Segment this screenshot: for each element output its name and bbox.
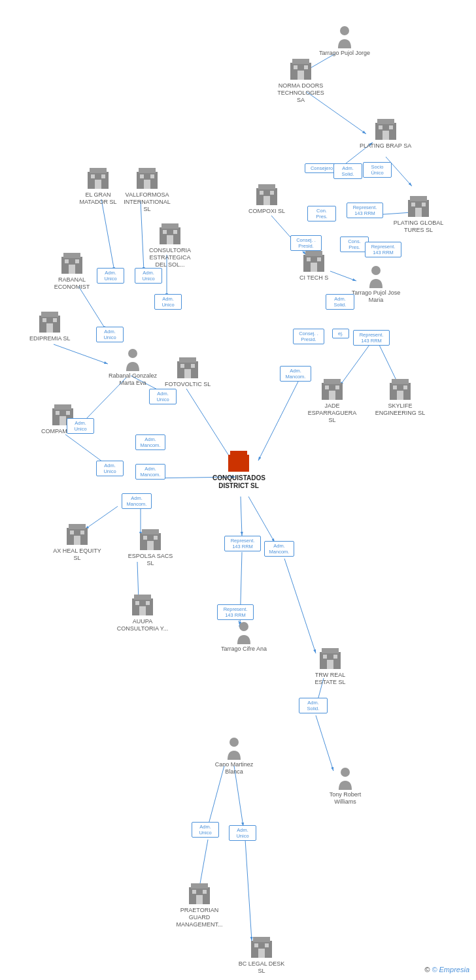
node-norma-doors[interactable]: NORMA DOORS TECHNOLOGIES SA [275, 57, 327, 103]
node-auupa[interactable]: AUUPA CONSULTORIA Y... [116, 593, 169, 632]
role-ej[interactable]: ej. [332, 329, 349, 338]
svg-rect-85 [163, 230, 167, 234]
node-vallformosa[interactable]: VALLFORMOSA INTERNATIONAL SL [121, 167, 173, 212]
trw-label: TRW REAL ESTATE SL [304, 672, 356, 686]
company-icon-ax-heal [65, 523, 89, 546]
svg-rect-84 [167, 235, 173, 244]
node-rabanal-gonzalez[interactable]: Rabanal Gonzalez Marta Eva [107, 348, 159, 387]
company-icon-jade [320, 378, 344, 401]
svg-rect-124 [134, 595, 151, 600]
watermark-text: © Empresia [432, 966, 469, 973]
role-adm-unico-7[interactable]: Adm.Unico [96, 461, 124, 476]
svg-rect-79 [144, 180, 150, 189]
role-represent-143-3[interactable]: Represent.143 RRM [353, 330, 390, 346]
role-adm-mancom-4[interactable]: Adm.Mancom. [122, 493, 152, 509]
svg-rect-133 [333, 655, 337, 659]
role-represent-143-4[interactable]: Represent.143 RRM [224, 536, 261, 551]
svg-point-128 [239, 622, 248, 631]
bc-legal-label: BC LEGAL DESK SL [235, 960, 288, 975]
svg-rect-43 [382, 131, 389, 140]
role-socio-unico[interactable]: SocioÚnico [363, 162, 392, 178]
role-adm-mancom-2[interactable]: Adm.Mancom. [135, 434, 165, 450]
svg-rect-109 [230, 451, 247, 456]
node-compoxi[interactable]: COMPOXI SL [248, 183, 285, 215]
role-adm-mancom-1[interactable]: Adm.Mancom. [280, 366, 311, 382]
node-consultoria[interactable]: CONSULTORIA ESTRATEGICA DEL SOL... [144, 222, 196, 268]
svg-rect-131 [327, 660, 333, 669]
node-plating-brap[interactable]: PLATING BRAP SA [360, 118, 411, 150]
node-plating-global[interactable]: PLATING GLOBAL TURES SL [392, 195, 445, 234]
graph-container: NORMA DOORS TECHNOLOGIES SA Tarrago Pujo… [0, 0, 476, 980]
role-adm-unico-5[interactable]: Adm.Unico [149, 389, 177, 404]
role-adm-unico-2[interactable]: Adm.Unico [135, 268, 162, 284]
role-adm-mancom-5[interactable]: Adm.Mancom. [264, 541, 294, 557]
company-icon-ci-tech [302, 250, 326, 273]
node-tarrago-cifre-ana[interactable]: Tarrago Cifre Ana [221, 621, 267, 653]
svg-rect-130 [322, 648, 339, 653]
svg-rect-96 [53, 318, 57, 322]
node-rabanal-economist[interactable]: RABANAL ECONOMIST [46, 252, 98, 291]
node-tarrago-pujol-jorge[interactable]: Tarrago Pujol Jorge [319, 25, 370, 57]
node-edipremia[interactable]: EDIPREMIA SL [29, 310, 71, 342]
vallformosa-label: VALLFORMOSA INTERNATIONAL SL [121, 191, 173, 212]
svg-rect-44 [379, 125, 382, 129]
role-adm-solid-2[interactable]: Adm.Solid. [326, 294, 354, 310]
role-adm-unico-6[interactable]: Adm.Unico [67, 418, 94, 434]
svg-rect-121 [143, 536, 147, 540]
role-con-pres-1[interactable]: Con.Pres. [307, 206, 336, 221]
node-trw-real-estate[interactable]: TRW REAL ESTATE SL [304, 647, 356, 686]
espolsa-sacs-label: ESPOLSA SACS SL [124, 553, 177, 567]
plating-global-label: PLATING GLOBAL TURES SL [392, 220, 445, 234]
company-icon-espolsa-sacs [139, 528, 162, 551]
node-ax-heal[interactable]: AX HEAL EQUITY SL [51, 523, 103, 562]
svg-point-97 [128, 349, 137, 358]
svg-rect-64 [329, 391, 335, 400]
role-consej-presid-2[interactable]: Consej. .Presid. [293, 329, 324, 344]
role-adm-unico-3[interactable]: Adm.Unico [154, 294, 182, 310]
role-consej-presid-1[interactable]: Consej. .Presid. [290, 235, 322, 251]
svg-rect-36 [292, 59, 309, 64]
node-cano-martinez[interactable]: Cano Martinez Blanca [208, 736, 260, 776]
company-icon-norma-doors [289, 57, 313, 81]
svg-rect-115 [74, 536, 80, 545]
node-ci-tech[interactable]: CI TECH S [299, 250, 328, 282]
node-jade[interactable]: JADE ESPARRAGUERA SL [306, 378, 358, 423]
node-espolsa-sacs[interactable]: ESPOLSA SACS SL [124, 528, 177, 567]
watermark: © © Empresia [424, 966, 469, 973]
node-bc-legal-desk[interactable]: BC LEGAL DESK SL [235, 936, 288, 975]
role-adm-mancom-3[interactable]: Adm.Mancom. [135, 464, 165, 480]
role-adm-solid-3[interactable]: Adm.Solid. [299, 698, 328, 713]
company-icon-consultoria [158, 222, 182, 246]
role-adm-unico-4[interactable]: Adm.Unico [96, 327, 124, 342]
svg-rect-48 [415, 208, 422, 217]
node-tarrago-pujol-jose[interactable]: Tarrago Pujol Jose Maria [350, 265, 402, 304]
svg-line-15 [54, 344, 108, 364]
node-praetorian-guard[interactable]: PRAETORIAN GUARD MANAGEMENT... [173, 882, 226, 928]
svg-rect-127 [146, 601, 150, 605]
node-el-gran-matador[interactable]: EL GRAN MATADOR SL [72, 167, 124, 206]
svg-rect-66 [335, 385, 339, 389]
svg-line-31 [199, 840, 208, 887]
svg-rect-139 [192, 890, 196, 894]
company-icon-rabanal-economist [60, 252, 84, 275]
svg-rect-105 [60, 416, 66, 425]
skylife-label: SKYLIFE ENGINEERING SL [374, 402, 426, 417]
svg-rect-89 [69, 265, 75, 274]
node-fotovoltic[interactable]: FOTOVOLTIC SL [165, 356, 211, 388]
svg-rect-39 [304, 65, 308, 69]
company-icon-trw [318, 647, 342, 670]
svg-rect-45 [389, 125, 393, 129]
praetorian-label: PRAETORIAN GUARD MANAGEMENT... [173, 907, 226, 928]
node-conquistados[interactable]: CONQUISTADOS DISTRICT SL [212, 449, 265, 490]
conquistados-label: CONQUISTADOS DISTRICT SL [212, 474, 265, 490]
svg-rect-88 [63, 253, 80, 258]
role-represent-143-1[interactable]: Represent.143 RRM [347, 203, 383, 218]
node-tony-robert-williams[interactable]: Tony Robert Williams [319, 766, 371, 806]
node-skylife[interactable]: SKYLIFE ENGINEERING SL [374, 378, 426, 417]
role-adm-solid-1[interactable]: Adm.Solid. [333, 163, 362, 179]
role-represent-143-2[interactable]: Represent.143 RRM [365, 242, 401, 257]
role-represent-143-5[interactable]: Represent.143 RRM [217, 604, 254, 620]
role-adm-unico-1[interactable]: Adm.Unico [97, 268, 124, 284]
role-adm-unico-9[interactable]: Adm.Unico [229, 825, 256, 841]
role-adm-unico-8[interactable]: Adm.Unico [192, 822, 219, 838]
